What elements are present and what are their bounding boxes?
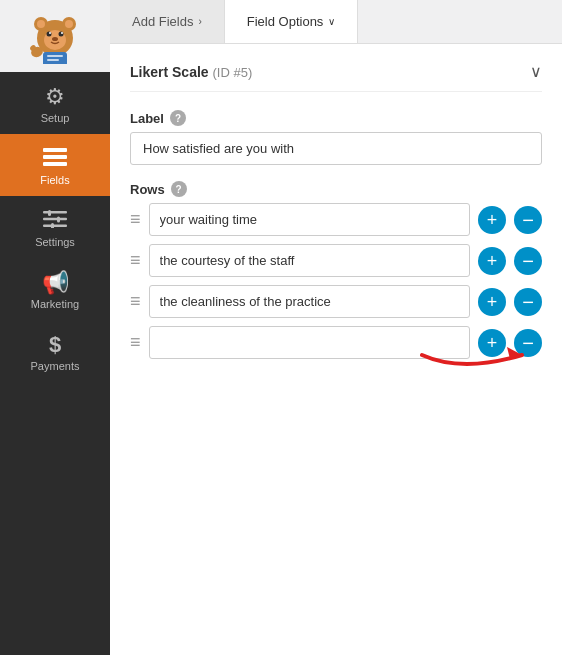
- sidebar-label-setup: Setup: [41, 112, 70, 124]
- sidebar-label-settings: Settings: [35, 236, 75, 248]
- sidebar-item-payments[interactable]: $ Payments: [0, 320, 110, 382]
- svg-rect-16: [43, 148, 67, 152]
- label-field-label: Label ?: [130, 110, 542, 126]
- row-input-4[interactable]: [149, 326, 470, 359]
- payments-icon: $: [49, 334, 61, 356]
- drag-handle-3[interactable]: ≡: [130, 291, 141, 312]
- sidebar-label-marketing: Marketing: [31, 298, 79, 310]
- drag-handle-1[interactable]: ≡: [130, 209, 141, 230]
- svg-rect-21: [43, 225, 67, 228]
- svg-rect-24: [51, 223, 54, 228]
- tab-add-fields-label: Add Fields: [132, 14, 193, 29]
- svg-rect-18: [43, 162, 67, 166]
- row-item-4: ≡ + −: [130, 326, 542, 359]
- label-text: Label: [130, 111, 164, 126]
- row-add-btn-4[interactable]: +: [478, 329, 506, 357]
- content-panel: Likert Scale (ID #5) ∨ Label ? Rows ? ≡: [110, 44, 562, 655]
- main: Add Fields › Field Options ∨ Likert Scal…: [110, 0, 562, 655]
- rows-label-text: Rows: [130, 182, 165, 197]
- field-title-text: Likert Scale: [130, 64, 209, 80]
- field-id: (ID #5): [213, 65, 253, 80]
- row-input-1[interactable]: [149, 203, 470, 236]
- sidebar-label-payments: Payments: [31, 360, 80, 372]
- chevron-down-icon[interactable]: ∨: [530, 62, 542, 81]
- sidebar-item-setup[interactable]: ⚙ Setup: [0, 72, 110, 134]
- marketing-icon: 📢: [42, 272, 69, 294]
- rows-help-icon[interactable]: ?: [171, 181, 187, 197]
- svg-point-3: [37, 20, 45, 28]
- svg-rect-23: [57, 217, 60, 223]
- label-help-icon[interactable]: ?: [170, 110, 186, 126]
- row-add-btn-2[interactable]: +: [478, 247, 506, 275]
- row-remove-btn-3[interactable]: −: [514, 288, 542, 316]
- sidebar: ⚙ Setup Fields Settings �: [0, 0, 110, 655]
- sidebar-item-marketing[interactable]: 📢 Marketing: [0, 258, 110, 320]
- sidebar-label-fields: Fields: [40, 174, 69, 186]
- row-add-btn-1[interactable]: +: [478, 206, 506, 234]
- tab-add-fields[interactable]: Add Fields ›: [110, 0, 225, 43]
- row-input-2[interactable]: [149, 244, 470, 277]
- row-add-btn-3[interactable]: +: [478, 288, 506, 316]
- svg-rect-15: [47, 59, 59, 61]
- row-input-3[interactable]: [149, 285, 470, 318]
- svg-rect-17: [43, 155, 67, 159]
- sidebar-item-settings[interactable]: Settings: [0, 196, 110, 258]
- row-item-1: ≡ + −: [130, 203, 542, 236]
- svg-rect-20: [43, 218, 67, 221]
- svg-point-9: [61, 32, 63, 34]
- svg-rect-14: [47, 55, 63, 57]
- tab-add-fields-arrow: ›: [198, 16, 201, 27]
- field-title: Likert Scale (ID #5): [130, 64, 252, 80]
- setup-icon: ⚙: [45, 86, 65, 108]
- logo-area: [0, 0, 110, 72]
- row-remove-btn-4[interactable]: −: [514, 329, 542, 357]
- tab-field-options-arrow: ∨: [328, 16, 335, 27]
- svg-point-6: [47, 32, 52, 37]
- logo-bear: [27, 8, 83, 64]
- svg-point-7: [59, 32, 64, 37]
- tab-field-options[interactable]: Field Options ∨: [225, 0, 359, 43]
- rows-section: Rows ? ≡ + − ≡ + − ≡ + −: [130, 181, 542, 359]
- label-input[interactable]: [130, 132, 542, 165]
- sidebar-item-fields[interactable]: Fields: [0, 134, 110, 196]
- drag-handle-4[interactable]: ≡: [130, 332, 141, 353]
- svg-rect-19: [43, 211, 67, 214]
- row-remove-btn-2[interactable]: −: [514, 247, 542, 275]
- svg-rect-13: [43, 52, 67, 64]
- svg-point-10: [52, 37, 58, 41]
- svg-point-4: [65, 20, 73, 28]
- drag-handle-2[interactable]: ≡: [130, 250, 141, 271]
- tabs: Add Fields › Field Options ∨: [110, 0, 562, 44]
- tab-field-options-label: Field Options: [247, 14, 324, 29]
- rows-label: Rows ?: [130, 181, 542, 197]
- svg-point-8: [49, 32, 51, 34]
- settings-icon: [43, 210, 67, 232]
- field-header: Likert Scale (ID #5) ∨: [130, 62, 542, 92]
- label-group: Label ?: [130, 110, 542, 165]
- row-remove-btn-1[interactable]: −: [514, 206, 542, 234]
- svg-rect-22: [48, 210, 51, 216]
- row-item-2: ≡ + −: [130, 244, 542, 277]
- row-item-3: ≡ + −: [130, 285, 542, 318]
- fields-icon: [43, 148, 67, 170]
